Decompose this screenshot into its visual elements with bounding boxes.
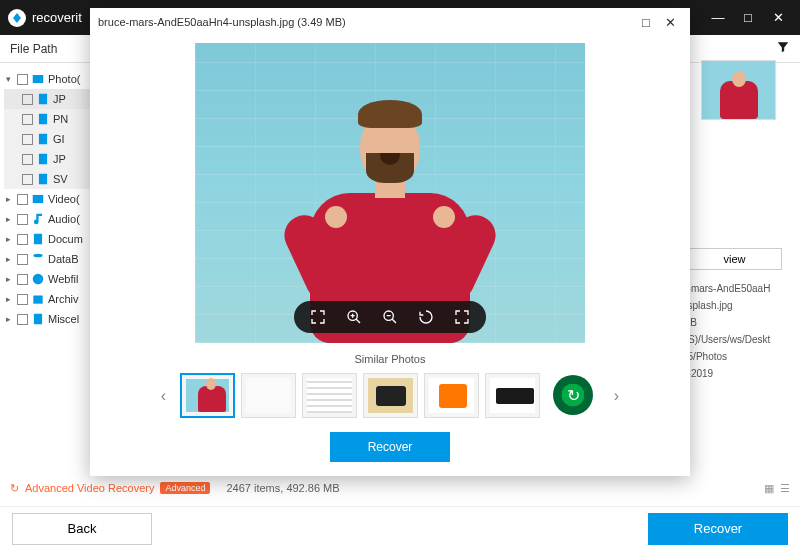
svg-point-8 <box>33 254 42 258</box>
chevron-right-icon: ▸ <box>6 194 14 204</box>
database-icon <box>31 252 45 266</box>
bottom-bar: Back Recover <box>0 506 800 550</box>
close-button[interactable]: ✕ <box>764 4 792 32</box>
view-button[interactable]: view <box>687 248 782 270</box>
svg-rect-0 <box>33 75 44 83</box>
dialog-header: bruce-mars-AndE50aaHn4-unsplash.jpg (3.4… <box>90 8 690 36</box>
svg-point-9 <box>33 274 44 285</box>
checkbox[interactable] <box>22 174 33 185</box>
thumbnail[interactable] <box>241 373 296 418</box>
dialog-title: bruce-mars-AndE50aaHn4-unsplash.jpg (3.4… <box>98 16 634 28</box>
file-details: e-mars-AndE50aaH nsplash.jpg MB FS)/User… <box>682 280 792 382</box>
scan-stats: 2467 items, 492.86 MB <box>226 482 339 494</box>
svg-rect-10 <box>33 296 42 304</box>
filter-icon[interactable] <box>776 40 790 57</box>
svg-rect-6 <box>33 195 44 203</box>
file-icon <box>36 112 50 126</box>
thumbnail[interactable] <box>485 373 540 418</box>
file-icon <box>36 92 50 106</box>
detail-date: 3-2019 <box>682 365 792 382</box>
checkbox[interactable] <box>22 134 33 145</box>
image-icon <box>31 72 45 86</box>
checkbox[interactable] <box>17 194 28 205</box>
advanced-recovery-row: ↻ Advanced Video Recovery Advanced 2467 … <box>10 472 790 504</box>
window-controls: — □ ✕ <box>704 4 792 32</box>
thumbnail[interactable] <box>363 373 418 418</box>
svg-rect-3 <box>39 134 47 145</box>
checkbox[interactable] <box>22 154 33 165</box>
chevron-right-icon: ▸ <box>6 234 14 244</box>
thumbnails-row: ‹ ↻ › <box>90 369 690 422</box>
file-icon <box>36 152 50 166</box>
dialog-recover-button[interactable]: Recover <box>330 432 450 462</box>
audio-icon <box>31 212 45 226</box>
similar-photos-label: Similar Photos <box>90 349 690 369</box>
checkbox[interactable] <box>17 234 28 245</box>
preview-image <box>195 43 585 343</box>
archive-icon <box>31 292 45 306</box>
fullscreen-icon[interactable] <box>452 307 472 327</box>
checkbox[interactable] <box>17 254 28 265</box>
checkbox[interactable] <box>22 94 33 105</box>
preview-dialog: bruce-mars-AndE50aaHn4-unsplash.jpg (3.4… <box>90 8 690 476</box>
misc-icon <box>31 312 45 326</box>
view-mode-icons: ▦ ☰ <box>764 482 790 495</box>
checkbox[interactable] <box>17 214 28 225</box>
svg-rect-2 <box>39 114 47 125</box>
file-icon <box>36 172 50 186</box>
fit-screen-icon[interactable] <box>308 307 328 327</box>
recover-button[interactable]: Recover <box>648 513 788 545</box>
chevron-right-icon: ▸ <box>6 294 14 304</box>
chevron-right-icon: ▸ <box>6 274 14 284</box>
svg-rect-1 <box>39 94 47 105</box>
video-icon <box>31 192 45 206</box>
checkbox[interactable] <box>17 314 28 325</box>
thumbnail[interactable] <box>302 373 357 418</box>
svg-rect-7 <box>34 234 42 245</box>
rotate-icon[interactable] <box>416 307 436 327</box>
dialog-footer: Recover <box>90 422 690 476</box>
prev-arrow-icon[interactable]: ‹ <box>154 376 174 416</box>
chevron-down-icon: ▾ <box>6 74 14 84</box>
advanced-video-recovery-link[interactable]: Advanced Video Recovery <box>25 482 154 494</box>
chevron-right-icon: ▸ <box>6 314 14 324</box>
zoom-in-icon[interactable] <box>344 307 364 327</box>
app-name: recoverit <box>32 10 82 25</box>
filepath-label: File Path <box>10 42 57 56</box>
detail-name: e-mars-AndE50aaH nsplash.jpg <box>682 280 792 314</box>
document-icon <box>31 232 45 246</box>
checkbox[interactable] <box>22 114 33 125</box>
svg-rect-11 <box>34 314 42 325</box>
detail-path: FS)/Users/ws/Deskt 85/Photos <box>682 331 792 365</box>
grid-view-icon[interactable]: ▦ <box>764 482 774 495</box>
zoom-out-icon[interactable] <box>380 307 400 327</box>
svg-rect-4 <box>39 154 47 165</box>
back-button[interactable]: Back <box>12 513 152 545</box>
thumbnail-preview <box>701 60 776 120</box>
checkbox[interactable] <box>17 294 28 305</box>
checkbox[interactable] <box>17 74 28 85</box>
minimize-button[interactable]: — <box>704 4 732 32</box>
dialog-close-button[interactable]: ✕ <box>658 10 682 34</box>
refresh-icon: ↻ <box>10 482 19 495</box>
thumbnail[interactable] <box>180 373 235 418</box>
app-logo: recoverit <box>8 9 82 27</box>
thumbnail[interactable] <box>424 373 479 418</box>
dialog-maximize-button[interactable]: □ <box>634 10 658 34</box>
list-view-icon[interactable]: ☰ <box>780 482 790 495</box>
preview-area <box>90 36 690 349</box>
thumbnail[interactable]: ↻ <box>546 373 601 418</box>
advanced-badge: Advanced <box>160 482 210 494</box>
web-icon <box>31 272 45 286</box>
image-toolbar <box>294 301 486 333</box>
svg-rect-5 <box>39 174 47 185</box>
logo-icon <box>8 9 26 27</box>
detail-size: MB <box>682 314 792 331</box>
file-icon <box>36 132 50 146</box>
next-arrow-icon[interactable]: › <box>607 376 627 416</box>
chevron-right-icon: ▸ <box>6 254 14 264</box>
maximize-button[interactable]: □ <box>734 4 762 32</box>
checkbox[interactable] <box>17 274 28 285</box>
chevron-right-icon: ▸ <box>6 214 14 224</box>
